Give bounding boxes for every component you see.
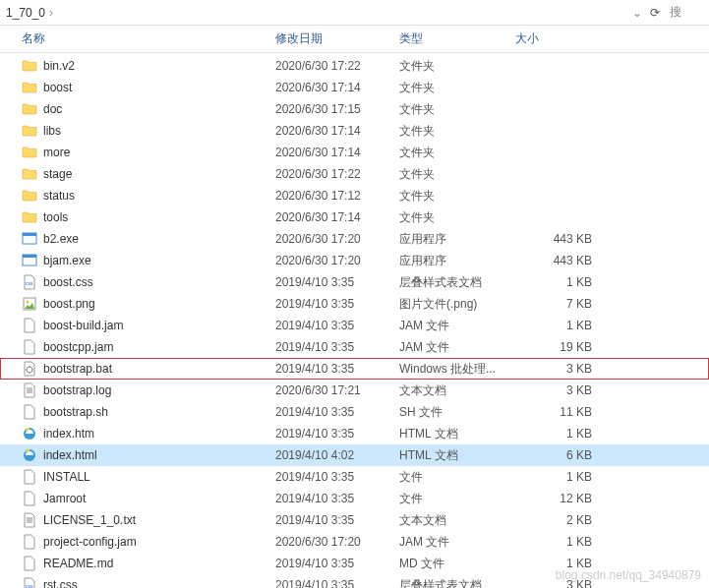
file-row[interactable]: bin.v22020/6/30 17:22文件夹 [0,55,709,77]
file-name: doc [43,102,62,116]
file-name: bjam.exe [43,254,91,267]
file-row[interactable]: stage2020/6/30 17:22文件夹 [0,163,709,185]
file-row[interactable]: project-config.jam2020/6/30 17:20JAM 文件1… [0,531,709,553]
file-date: 2020/6/30 17:12 [269,189,393,203]
file-name: b2.exe [43,232,79,246]
file-row[interactable]: Jamroot2019/4/10 3:35文件12 KB [0,488,709,509]
file-size: 6 KB [509,448,598,462]
file-size: 443 KB [509,232,598,246]
dropdown-icon[interactable]: ⌄ [630,6,644,20]
file-type: JAM 文件 [393,534,509,551]
file-size: 19 KB [509,340,598,354]
breadcrumb-segment[interactable]: 1_70_0 [6,6,45,20]
file-name: tools [43,210,68,224]
file-date: 2019/4/10 3:35 [269,557,393,570]
header-size[interactable]: 大小 [509,30,598,47]
file-row[interactable]: tools2020/6/30 17:14文件夹 [0,206,709,228]
file-date: 2019/4/10 3:35 [269,513,393,527]
file-row[interactable]: boostcpp.jam2019/4/10 3:35JAM 文件19 KB [0,336,709,358]
file-type: 文件夹 [393,101,509,118]
file-type: MD 文件 [393,556,509,572]
file-row[interactable]: bootstrap.bat2019/4/10 3:35Windows 批处理..… [0,358,709,380]
file-size: 443 KB [509,254,598,267]
file-type: SH 文件 [393,404,509,421]
file-row[interactable]: libs2020/6/30 17:14文件夹 [0,120,709,142]
file-row[interactable]: README.md2019/4/10 3:35MD 文件1 KB [0,553,709,574]
file-type: HTML 文档 [393,447,509,464]
file-date: 2019/4/10 3:35 [269,319,393,332]
file-row[interactable]: b2.exe2020/6/30 17:20应用程序443 KB [0,228,709,250]
file-name: README.md [43,557,113,570]
bat-icon [22,361,37,377]
file-date: 2019/4/10 3:35 [269,492,393,505]
file-type: 层叠样式表文档 [393,274,509,291]
file-size: 3 KB [509,383,598,397]
file-row[interactable]: status2020/6/30 17:12文件夹 [0,185,709,206]
folder-icon [22,188,37,204]
refresh-icon[interactable]: ⟳ [644,6,666,20]
file-date: 2020/6/30 17:20 [269,232,393,246]
file-row[interactable]: index.htm2019/4/10 3:35HTML 文档1 KB [0,423,709,444]
file-icon [22,404,37,420]
search-input[interactable]: 搜 [666,4,703,21]
file-icon [22,556,37,571]
exe-icon [22,253,37,268]
file-name: INSTALL [43,470,90,484]
file-date: 2019/4/10 3:35 [269,405,393,419]
file-date: 2020/6/30 17:22 [269,167,393,181]
file-type: 文件夹 [393,145,509,161]
file-row[interactable]: index.html2019/4/10 4:02HTML 文档6 KB [0,444,709,466]
file-row[interactable]: boost.css2019/4/10 3:35层叠样式表文档1 KB [0,271,709,293]
file-size: 1 KB [509,535,598,549]
file-type: 文件夹 [393,123,509,140]
file-type: 层叠样式表文档 [393,577,509,589]
file-date: 2020/6/30 17:22 [269,59,393,73]
file-row[interactable]: bootstrap.sh2019/4/10 3:35SH 文件11 KB [0,401,709,423]
file-size: 1 KB [509,275,598,289]
file-row[interactable]: boost.png2019/4/10 3:35图片文件(.png)7 KB [0,293,709,315]
file-type: JAM 文件 [393,318,509,334]
file-name: bootstrap.bat [43,362,112,376]
file-size: 1 KB [509,319,598,332]
file-type: 文本文档 [393,382,509,399]
file-name: bin.v2 [43,59,75,73]
folder-icon [22,80,37,95]
file-row[interactable]: INSTALL2019/4/10 3:35文件1 KB [0,466,709,488]
file-row[interactable]: bjam.exe2020/6/30 17:20应用程序443 KB [0,250,709,271]
file-type: 图片文件(.png) [393,296,509,313]
file-date: 2019/4/10 3:35 [269,362,393,376]
file-date: 2020/6/30 17:14 [269,124,393,138]
header-date[interactable]: 修改日期 [269,30,393,47]
file-size: 1 KB [509,470,598,484]
column-header: 名称 修改日期 类型 大小 [0,26,709,53]
file-row[interactable]: bootstrap.log2020/6/30 17:21文本文档3 KB [0,380,709,401]
file-icon [22,469,37,485]
file-row[interactable]: boost2020/6/30 17:14文件夹 [0,77,709,98]
file-date: 2019/4/10 4:02 [269,448,393,462]
file-row[interactable]: more2020/6/30 17:14文件夹 [0,142,709,163]
file-type: 文件夹 [393,188,509,205]
file-date: 2020/6/30 17:14 [269,81,393,94]
file-date: 2019/4/10 3:35 [269,470,393,484]
file-type: 文件夹 [393,209,509,226]
folder-icon [22,123,37,139]
file-row[interactable]: doc2020/6/30 17:15文件夹 [0,98,709,120]
folder-icon [22,101,37,117]
file-date: 2019/4/10 3:35 [269,578,393,588]
header-name[interactable]: 名称 [16,30,269,47]
file-name: index.html [43,448,97,462]
chevron-right-icon[interactable]: › [49,6,53,20]
file-row[interactable]: LICENSE_1_0.txt2019/4/10 3:35文本文档2 KB [0,509,709,531]
file-date: 2020/6/30 17:20 [269,254,393,267]
header-type[interactable]: 类型 [393,30,509,47]
file-row[interactable]: rst.css2019/4/10 3:35层叠样式表文档3 KB [0,574,709,588]
exe-icon [22,231,37,247]
file-name: index.htm [43,427,94,441]
file-name: more [43,146,70,159]
file-type: 文件夹 [393,166,509,183]
file-row[interactable]: boost-build.jam2019/4/10 3:35JAM 文件1 KB [0,315,709,336]
file-name: boost.css [43,275,93,289]
file-size: 2 KB [509,513,598,527]
breadcrumb[interactable]: 1_70_0 › [6,6,630,20]
file-name: libs [43,124,61,138]
